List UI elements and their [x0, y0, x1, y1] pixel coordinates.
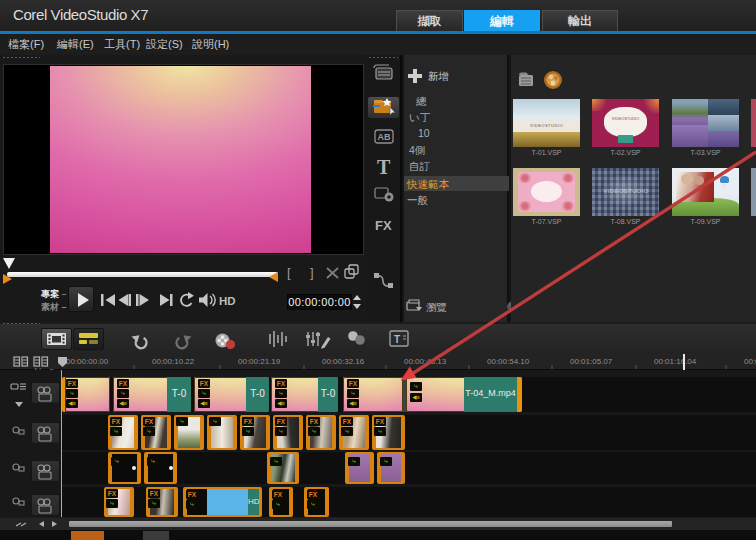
svg-text:00:0: 00:0	[744, 357, 756, 366]
svg-text:T: T	[394, 334, 400, 345]
svg-text:T: T	[377, 156, 391, 178]
svg-text:AB: AB	[378, 132, 391, 142]
svg-text:00:00:54.10: 00:00:54.10	[487, 357, 530, 366]
svg-text:00:00:10.22: 00:00:10.22	[152, 357, 195, 366]
svg-text:00:00:21.19: 00:00:21.19	[238, 357, 281, 366]
svg-text:00:00:43.13: 00:00:43.13	[404, 357, 447, 366]
svg-text:HD: HD	[219, 295, 236, 307]
svg-text:00:00:00.00: 00:00:00.00	[66, 357, 109, 366]
svg-text:00:01:05.07: 00:01:05.07	[570, 357, 613, 366]
svg-text:FX: FX	[375, 218, 392, 233]
svg-text:00:00:32.16: 00:00:32.16	[322, 357, 365, 366]
svg-text:00:01:16.04: 00:01:16.04	[654, 357, 697, 366]
